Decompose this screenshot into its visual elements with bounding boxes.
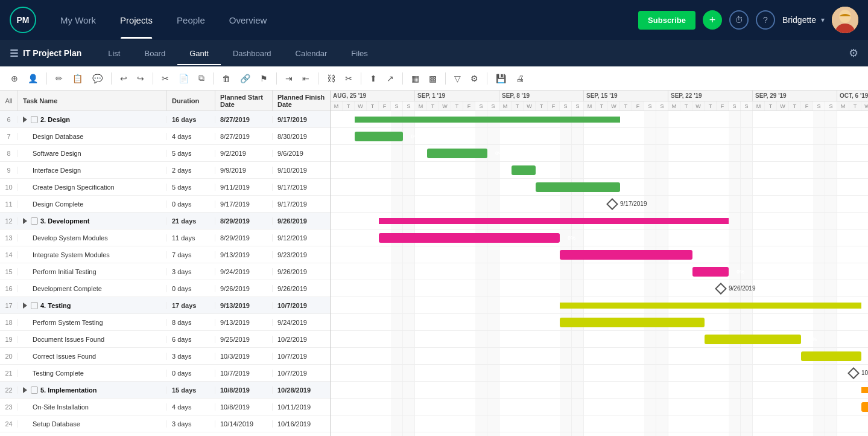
task-row[interactable]: 14 Integrate System Modules 7 days 9/13/…	[0, 246, 330, 263]
weekend-column	[729, 145, 741, 161]
nav-overview[interactable]: Overview	[220, 10, 277, 30]
link-btn[interactable]: 🔗	[236, 71, 254, 86]
copy-btn[interactable]: 📋	[69, 71, 86, 86]
timer-icon[interactable]: ⏱	[729, 10, 749, 30]
group-checkbox[interactable]	[31, 217, 38, 225]
weekend-column	[825, 382, 837, 398]
tab-dashboard[interactable]: Dashboard	[221, 42, 284, 65]
gantt-group-bar[interactable]	[861, 387, 868, 393]
nav-my-work[interactable]: My Work	[51, 10, 106, 30]
row-duration-cell: 0 days	[167, 200, 215, 208]
upload-btn[interactable]: ⬆	[366, 71, 381, 86]
chevron-down-icon: ▾	[821, 16, 825, 24]
gantt-task-bar[interactable]: 0%	[379, 233, 560, 243]
user-area[interactable]: Bridgette ▾	[782, 15, 825, 25]
flag-btn[interactable]: ⚑	[256, 71, 271, 86]
task-row[interactable]: 7 Design Database 4 days 8/27/2019 8/30/…	[0, 128, 330, 145]
task-row[interactable]: 12 3. Development 21 days 8/29/2019 9/26…	[0, 213, 330, 229]
group-checkbox[interactable]	[31, 302, 38, 309]
task-row[interactable]: 16 Development Complete 0 days 9/26/2019…	[0, 280, 330, 297]
gantt-task-bar[interactable]: 0%	[861, 402, 868, 412]
unchain-btn[interactable]: ✂	[341, 71, 356, 86]
task-row[interactable]: 15 Perform Initial Testing 3 days 9/24/2…	[0, 263, 330, 280]
row-start-cell: 10/7/2019	[215, 370, 273, 377]
group-triangle	[23, 218, 27, 224]
cut-btn[interactable]: ✂	[158, 71, 173, 86]
task-row[interactable]: 21 Testing Complete 0 days 10/7/2019 10/…	[0, 365, 330, 382]
task-row[interactable]: 6 2. Design 16 days 8/27/2019 9/17/2019	[0, 111, 330, 128]
copy2-btn[interactable]: ⧉	[195, 71, 208, 86]
edit-btn[interactable]: ✏	[52, 71, 66, 86]
save-btn[interactable]: 💾	[492, 71, 510, 86]
task-row[interactable]: 13 Develop System Modules 11 days 8/29/2…	[0, 229, 330, 246]
gantt-group-bar[interactable]	[379, 218, 729, 224]
gantt-task-bar[interactable]: 0%	[705, 335, 801, 344]
grid1-btn[interactable]: ▦	[408, 71, 423, 86]
group-checkbox[interactable]	[31, 386, 38, 394]
print-btn[interactable]: 🖨	[512, 71, 528, 86]
task-row[interactable]: 9 Interface Design 2 days 9/9/2019 9/10/…	[0, 162, 330, 179]
tab-list[interactable]: List	[96, 42, 132, 65]
nav-projects[interactable]: Projects	[110, 10, 162, 30]
comment-btn[interactable]: 💬	[89, 71, 106, 86]
help-icon[interactable]: ?	[756, 10, 775, 30]
options-btn[interactable]: ⚙	[467, 71, 482, 86]
weekend-column	[475, 399, 487, 415]
svg-point-3	[840, 12, 850, 23]
grid2-btn[interactable]: ▩	[425, 71, 440, 86]
settings-icon[interactable]: ⚙	[849, 47, 858, 59]
task-row[interactable]: 22 5. Implementation 15 days 10/8/2019 1…	[0, 382, 330, 399]
gantt-task-bar[interactable]: 0%	[801, 351, 861, 361]
add-icon[interactable]: +	[703, 10, 722, 30]
tab-board[interactable]: Board	[132, 42, 177, 65]
task-row[interactable]: 20 Correct Issues Found 3 days 10/3/2019…	[0, 348, 330, 365]
avatar[interactable]	[832, 7, 858, 33]
gantt-task-bar[interactable]: 0%	[560, 250, 692, 260]
filter-btn[interactable]: ▽	[451, 71, 464, 86]
group-checkbox[interactable]	[31, 116, 38, 123]
gantt-task-bar[interactable]: 0%	[512, 165, 536, 175]
add-task-btn[interactable]: ⊕	[7, 71, 22, 86]
task-row[interactable]: 18 Perform System Testing 8 days 9/13/20…	[0, 314, 330, 331]
paste-btn[interactable]: 📄	[175, 71, 192, 86]
undo-btn[interactable]: ↩	[116, 71, 131, 86]
tab-gantt[interactable]: Gantt	[177, 42, 221, 65]
weekend-column	[644, 229, 656, 246]
task-row[interactable]: 8 Software Design 5 days 9/2/2019 9/6/20…	[0, 145, 330, 162]
gantt-task-bar[interactable]: 0%	[536, 182, 620, 192]
nav-people[interactable]: People	[167, 10, 215, 30]
weekend-column	[656, 432, 668, 436]
gantt-task-bar[interactable]: 0%	[427, 149, 487, 158]
gantt-task-bar[interactable]: 0%	[355, 132, 403, 141]
row-name-cell: Correct Issues Found	[18, 353, 167, 360]
tab-calendar[interactable]: Calendar	[284, 42, 340, 65]
indent-btn[interactable]: ⇥	[282, 71, 296, 86]
task-row[interactable]: 24 Setup Database 3 days 10/14/2019 10/1…	[0, 415, 330, 432]
task-row[interactable]: 10 Create Design Specification 5 days 9/…	[0, 179, 330, 196]
task-row[interactable]: 11 Design Complete 0 days 9/17/2019 9/17…	[0, 196, 330, 213]
gantt-group-bar[interactable]	[355, 117, 620, 123]
weekend-column	[644, 162, 656, 178]
logo[interactable]: PM	[10, 7, 36, 33]
task-row[interactable]: 19 Document Issues Found 6 days 9/25/201…	[0, 331, 330, 348]
tab-files[interactable]: Files	[339, 42, 379, 65]
delete-btn[interactable]: 🗑	[218, 71, 234, 86]
assign-btn[interactable]: 👤	[24, 71, 42, 86]
subscribe-button[interactable]: Subscribe	[638, 11, 695, 30]
hamburger-icon[interactable]: ☰	[10, 48, 18, 59]
gantt-chart[interactable]: AUG, 25 '19SEP, 1 '19SEP, 8 '19SEP, 15 '…	[331, 91, 868, 436]
gantt-task-bar[interactable]: 0%	[560, 318, 705, 327]
gantt-group-bar[interactable]	[560, 303, 861, 309]
th-duration: Duration	[167, 91, 215, 111]
redo-btn[interactable]: ↪	[133, 71, 148, 86]
row-duration-cell: 5 days	[167, 184, 215, 191]
weekend-column	[825, 128, 837, 144]
share-btn[interactable]: ↗	[383, 71, 398, 86]
outdent-btn[interactable]: ⇤	[299, 71, 313, 86]
gantt-task-bar[interactable]: 0%	[692, 267, 729, 277]
chain-btn[interactable]: ⛓	[323, 71, 339, 86]
task-row[interactable]: 17 4. Testing 17 days 9/13/2019 10/7/201…	[0, 297, 330, 314]
task-row[interactable]: 23 On-Site Installation 4 days 10/8/2019…	[0, 399, 330, 415]
task-row[interactable]: 25 Import Live Data 5 days 10/17/2019 10…	[0, 432, 330, 436]
weekend-column	[487, 432, 499, 436]
